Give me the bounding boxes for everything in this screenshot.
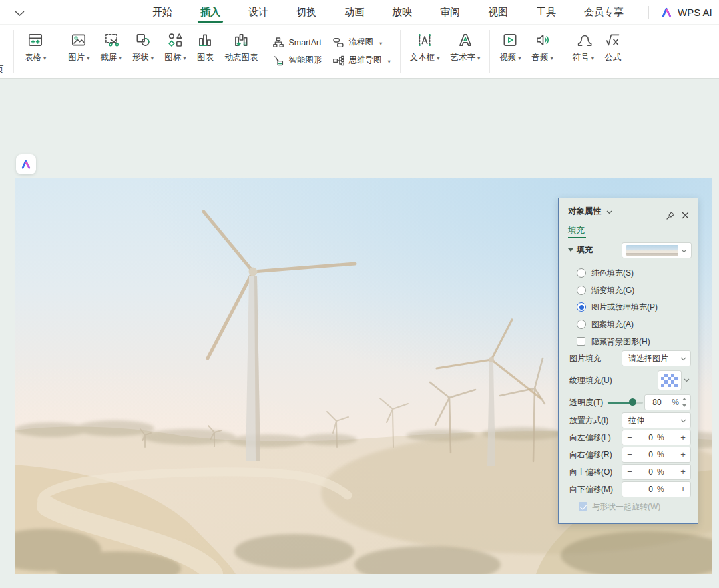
collapse-section-icon[interactable] <box>568 248 573 252</box>
transparency-slider-thumb[interactable] <box>629 398 636 406</box>
symbol-button[interactable]: 符号▾ <box>567 25 599 78</box>
group-divider <box>489 30 490 73</box>
tab-membership[interactable]: 会员专享 <box>570 0 638 24</box>
tab-home[interactable]: 开始 <box>138 0 186 24</box>
video-button[interactable]: 视频▾ <box>494 25 526 78</box>
fill-type-label-gradient[interactable]: 渐变填充(G) <box>591 285 634 296</box>
chart-button[interactable]: 图表 <box>191 25 219 78</box>
fill-type-label-solid[interactable]: 纯色填充(S) <box>591 268 634 278</box>
chevron-down-icon <box>680 419 686 423</box>
spinner-up-icon[interactable] <box>682 398 686 400</box>
hide-background-label[interactable]: 隐藏背景图形(H) <box>591 336 650 347</box>
mindmap-icon <box>332 55 344 67</box>
texture-fill-thumbnail[interactable] <box>658 370 682 390</box>
placement-dropdown[interactable]: 拉伸 <box>622 412 691 428</box>
plus-button[interactable]: + <box>676 430 690 445</box>
table-button[interactable]: 表格▾ <box>19 25 51 78</box>
picture-fill-label: 图片填充 <box>569 353 601 364</box>
offset-left-stepper[interactable]: − 0% + <box>622 430 691 445</box>
plus-button[interactable]: + <box>676 447 690 462</box>
panel-title[interactable]: 对象属性 <box>568 206 601 216</box>
fill-type-radio-picture-texture[interactable] <box>577 302 586 312</box>
transparency-spinner[interactable] <box>682 395 688 410</box>
textbox-button[interactable]: 文本框▾ <box>405 25 445 78</box>
spinner-down-icon[interactable] <box>682 404 686 407</box>
tab-transition[interactable]: 切换 <box>282 0 330 24</box>
offset-down-stepper[interactable]: − 0% + <box>622 481 691 497</box>
tabbar-divider <box>69 6 69 19</box>
picture-button[interactable]: 图片▾ <box>63 25 95 78</box>
fill-type-label-picture-texture[interactable]: 图片或纹理填充(P) <box>591 302 658 312</box>
group-divider <box>13 30 14 73</box>
close-icon[interactable] <box>682 212 689 219</box>
fill-tab[interactable]: 填充 <box>568 225 585 236</box>
dynamic-chart-button[interactable]: 动态图表 <box>219 25 263 78</box>
plus-button[interactable]: + <box>676 465 690 479</box>
fill-type-radio-gradient[interactable] <box>577 286 586 295</box>
picture-fill-dropdown[interactable]: 请选择图片 <box>622 350 691 366</box>
wps-ai-button[interactable]: WPS AI <box>660 0 712 25</box>
tab-insert[interactable]: 插入 <box>186 0 234 24</box>
screenshot-button[interactable]: 截屏▾ <box>95 25 127 78</box>
smart-graphic-button[interactable]: 智能图形 <box>272 55 322 67</box>
tabbar-divider-right <box>648 6 649 19</box>
smartart-icon <box>272 37 284 49</box>
panel-title-chevron-icon[interactable] <box>606 210 612 214</box>
pin-icon[interactable] <box>666 211 675 220</box>
rotate-with-shape-checkbox[interactable] <box>579 502 587 511</box>
icons-icon <box>166 31 184 49</box>
chevron-down-icon: ▾ <box>43 53 46 63</box>
fill-section-label: 填充 <box>577 244 593 255</box>
offset-up-stepper[interactable]: − 0% + <box>622 464 691 480</box>
chevron-down-icon <box>680 357 686 361</box>
wps-ai-floating-button[interactable] <box>16 154 36 174</box>
fill-preview-dropdown[interactable] <box>622 242 692 258</box>
chevron-down-icon: ▾ <box>591 53 594 63</box>
offset-right-stepper[interactable]: − 0% + <box>622 447 691 463</box>
group-divider <box>400 30 401 73</box>
shapes-button[interactable]: 形状▾ <box>127 25 159 78</box>
tab-animation[interactable]: 动画 <box>330 0 378 24</box>
flowchart-button[interactable]: 流程图 ▾ <box>332 37 390 49</box>
transparency-value-field[interactable]: 80 % <box>644 394 691 410</box>
screenshot-icon <box>103 31 120 49</box>
mindmap-button[interactable]: 思维导图 ▾ <box>332 55 390 67</box>
formula-button[interactable]: 公式 <box>599 25 627 78</box>
minus-button[interactable]: − <box>622 447 637 462</box>
transparency-slider[interactable] <box>608 402 643 404</box>
tab-tools[interactable]: 工具 <box>522 0 570 24</box>
wps-ai-icon <box>660 6 673 19</box>
chevron-down-icon <box>681 249 687 253</box>
symbol-icon <box>575 31 592 49</box>
fill-type-label-pattern[interactable]: 图案填充(A) <box>591 319 634 330</box>
placement-label: 放置方式(I) <box>569 415 608 426</box>
minus-button[interactable]: − <box>622 482 637 497</box>
hide-background-checkbox[interactable] <box>577 337 585 346</box>
offset-up-label: 向上偏移(O) <box>569 467 612 477</box>
tab-design[interactable]: 设计 <box>234 0 282 24</box>
fill-type-radio-solid[interactable] <box>577 268 586 278</box>
ribbon-toolbar: 页 表格▾ 图片▾ 截屏▾ 形状▾ <box>0 25 719 79</box>
wordart-button[interactable]: 艺术字▾ <box>445 25 485 78</box>
minus-button[interactable]: − <box>622 465 637 479</box>
flowchart-icon <box>332 37 344 49</box>
audio-button[interactable]: 音频▾ <box>527 25 559 78</box>
minus-button[interactable]: − <box>622 430 637 445</box>
collapse-ribbon-icon[interactable] <box>15 7 25 19</box>
chevron-down-icon: ▾ <box>477 53 480 63</box>
tab-view[interactable]: 视图 <box>474 0 522 24</box>
group-divider <box>57 30 57 73</box>
new-slide-button-partial[interactable]: 页 <box>0 25 13 78</box>
tab-review[interactable]: 审阅 <box>426 0 474 24</box>
texture-checker-preview <box>661 374 678 387</box>
icons-button[interactable]: 图标▾ <box>159 25 191 78</box>
fill-type-radio-pattern[interactable] <box>577 320 586 329</box>
texture-fill-chevron-icon[interactable] <box>684 378 690 382</box>
fill-preview-thumbnail <box>626 245 678 256</box>
plus-button[interactable]: + <box>676 482 690 497</box>
smartart-button[interactable]: SmartArt <box>272 37 322 49</box>
chevron-down-icon: ▾ <box>437 53 439 63</box>
offset-down-label: 向下偏移(M) <box>569 484 613 495</box>
tab-slideshow[interactable]: 放映 <box>378 0 426 24</box>
chevron-down-icon: ▾ <box>151 53 154 63</box>
